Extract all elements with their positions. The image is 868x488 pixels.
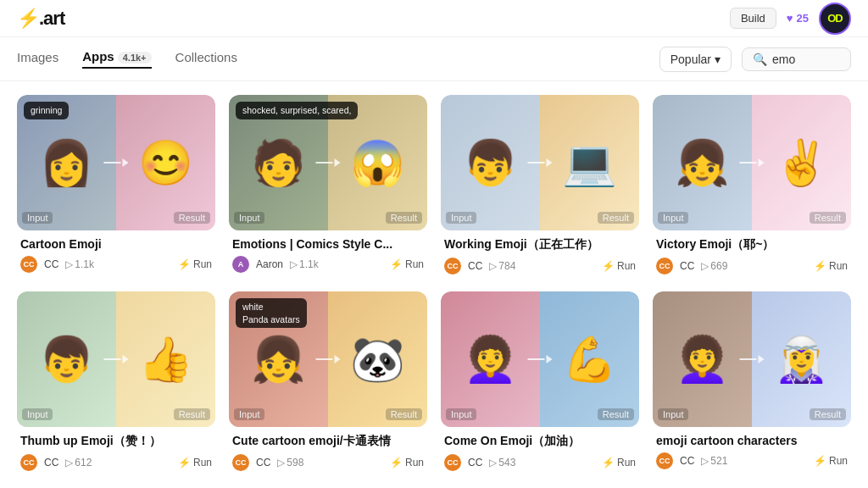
- card-3-count: ▷ 784: [489, 260, 515, 272]
- arrow-icon-6: [316, 355, 341, 363]
- card-cute-panda-emoji[interactable]: 👧 🐼 white Panda avatars Input Result Cut…: [229, 291, 427, 474]
- card-6-run-button[interactable]: ⚡ Run: [390, 457, 424, 469]
- card-8-author-avatar: CC: [656, 452, 673, 469]
- card-2-author: Aaron: [256, 258, 283, 270]
- arrow-icon-2: [316, 158, 341, 167]
- cards-grid: 👩 😊 grinning Input Result Cartoon Emoji …: [0, 81, 868, 488]
- card-7-meta: CC CC ▷ 543 ⚡ Run: [444, 454, 636, 471]
- card-1-title: Cartoon Emoji: [20, 237, 212, 251]
- card-thumbup-emoji[interactable]: 👦 👍 Input Result Thumb up Emoji（赞！） CC C…: [17, 291, 215, 474]
- card-5-result-img: 👍: [116, 291, 215, 427]
- card-1-author: CC: [44, 258, 58, 270]
- card-5-title: Thumb up Emoji（赞！）: [20, 434, 212, 449]
- card-6-author-avatar: CC: [232, 454, 249, 471]
- card-5-input-label: Input: [22, 408, 53, 420]
- card-cartoon-emoji[interactable]: 👩 😊 grinning Input Result Cartoon Emoji …: [17, 95, 215, 278]
- card-3-author: CC: [468, 260, 482, 272]
- card-1-info: Cartoon Emoji CC CC ▷ 1.1k ⚡ Run: [17, 230, 215, 276]
- card-5-meta: CC CC ▷ 612 ⚡ Run: [20, 454, 212, 471]
- card-comeon-emoji[interactable]: 👩‍🦱 💪 Input Result Come On Emoji（加油） CC …: [441, 291, 639, 474]
- card-7-run-button[interactable]: ⚡ Run: [602, 457, 636, 469]
- card-1-input-label: Input: [22, 212, 53, 224]
- card-6-meta: CC CC ▷ 598 ⚡ Run: [232, 454, 424, 471]
- card-3-run-button[interactable]: ⚡ Run: [602, 260, 636, 272]
- card-8-input-img: 👩‍🦱: [653, 291, 752, 427]
- card-8-count: ▷ 521: [701, 455, 727, 467]
- card-1-result-img: 😊: [116, 95, 215, 230]
- card-1-tag: grinning: [24, 102, 69, 119]
- tab-collections[interactable]: Collections: [175, 50, 237, 68]
- card-3-meta: CC CC ▷ 784 ⚡ Run: [444, 258, 636, 274]
- card-7-input-img: 👩‍🦱: [441, 291, 540, 427]
- card-2-author-avatar: A: [232, 256, 249, 273]
- card-1-run-button[interactable]: ⚡ Run: [178, 258, 212, 270]
- card-5-image: 👦 👍 Input Result: [17, 291, 215, 427]
- tab-images[interactable]: Images: [17, 50, 58, 68]
- card-6-author: CC: [256, 457, 270, 469]
- card-7-image: 👩‍🦱 💪 Input Result: [441, 291, 639, 427]
- logo: ⚡.art: [17, 8, 64, 30]
- card-1-author-avatar: CC: [20, 256, 37, 273]
- card-2-meta: A Aaron ▷ 1.1k ⚡ Run: [232, 256, 424, 273]
- card-2-input-label: Input: [234, 212, 264, 224]
- card-1-meta: CC CC ▷ 1.1k ⚡ Run: [20, 256, 212, 273]
- card-4-input-img: 👧: [653, 95, 752, 230]
- card-7-count: ▷ 543: [489, 457, 515, 469]
- card-6-title: Cute cartoon emoji/卡通表情: [232, 434, 424, 449]
- arrow-icon-4: [740, 158, 765, 167]
- card-2-result-label: Result: [386, 212, 422, 224]
- card-6-result-label: Result: [386, 408, 422, 420]
- card-4-title: Victory Emoji（耶~）: [656, 237, 848, 252]
- card-3-result-img: 💻: [540, 95, 639, 230]
- card-4-author-avatar: CC: [656, 258, 673, 274]
- card-8-author: CC: [680, 455, 694, 467]
- user-avatar[interactable]: OD: [819, 3, 851, 35]
- card-victory-emoji[interactable]: 👧 ✌️ Input Result Victory Emoji（耶~） CC C…: [653, 95, 851, 278]
- tab-collections-label: Collections: [175, 50, 237, 64]
- build-button[interactable]: Build: [730, 8, 776, 29]
- card-8-run-button[interactable]: ⚡ Run: [814, 455, 848, 467]
- card-7-result-img: 💪: [540, 291, 639, 427]
- sort-dropdown[interactable]: Popular ▾: [659, 47, 732, 72]
- arrow-icon-3: [528, 158, 553, 167]
- tab-apps[interactable]: Apps4.1k+: [82, 49, 151, 69]
- card-3-title: Working Emoji（正在工作）: [444, 237, 636, 252]
- card-emotions-comics[interactable]: 🧑 😱 shocked, surprised, scared, Input Re…: [229, 95, 427, 278]
- card-2-image: 🧑 😱 shocked, surprised, scared, Input Re…: [229, 95, 427, 230]
- card-5-count: ▷ 612: [65, 457, 92, 469]
- card-7-info: Come On Emoji（加油） CC CC ▷ 543 ⚡ Run: [441, 427, 639, 474]
- apps-badge: 4.1k+: [118, 52, 152, 64]
- arrow-icon-7: [528, 355, 553, 363]
- card-7-title: Come On Emoji（加油）: [444, 434, 636, 449]
- card-3-info: Working Emoji（正在工作） CC CC ▷ 784 ⚡ Run: [441, 230, 639, 278]
- tab-apps-label: Apps: [82, 49, 114, 64]
- card-8-meta: CC CC ▷ 521 ⚡ Run: [656, 452, 848, 469]
- card-6-result-img: 🐼: [328, 291, 427, 427]
- tab-images-label: Images: [17, 50, 58, 64]
- card-5-author-avatar: CC: [20, 454, 37, 471]
- card-4-run-button[interactable]: ⚡ Run: [814, 260, 848, 272]
- heart-count-value: 25: [797, 12, 809, 25]
- card-7-author: CC: [468, 457, 482, 469]
- card-3-author-avatar: CC: [444, 258, 461, 274]
- search-input[interactable]: [772, 53, 840, 66]
- card-emoji-cartoon-characters[interactable]: 👩‍🦱 🧝‍♀️ Input Result emoji cartoon char…: [653, 291, 851, 474]
- card-4-meta: CC CC ▷ 669 ⚡ Run: [656, 258, 848, 274]
- card-5-run-button[interactable]: ⚡ Run: [178, 457, 212, 469]
- card-working-emoji[interactable]: 👦 💻 Input Result Working Emoji（正在工作） CC …: [441, 95, 639, 278]
- header: ⚡.art Build ♥ 25 OD: [0, 0, 868, 37]
- card-3-input-label: Input: [446, 212, 476, 224]
- heart-icon: ♥: [787, 12, 793, 25]
- card-4-result-label: Result: [810, 212, 846, 224]
- card-3-image: 👦 💻 Input Result: [441, 95, 639, 230]
- card-2-run-button[interactable]: ⚡ Run: [390, 258, 424, 270]
- nav-tabs: Images Apps4.1k+ Collections Popular ▾ 🔍: [0, 37, 868, 81]
- card-6-count: ▷ 598: [277, 457, 303, 469]
- card-4-info: Victory Emoji（耶~） CC CC ▷ 669 ⚡ Run: [653, 230, 851, 278]
- chevron-down-icon: ▾: [715, 53, 721, 66]
- card-6-info: Cute cartoon emoji/卡通表情 CC CC ▷ 598 ⚡ Ru…: [229, 427, 427, 474]
- card-5-input-img: 👦: [17, 291, 116, 427]
- header-right: Build ♥ 25 OD: [730, 3, 851, 35]
- card-2-title: Emotions | Comics Style C...: [232, 237, 424, 251]
- card-5-author: CC: [44, 457, 58, 469]
